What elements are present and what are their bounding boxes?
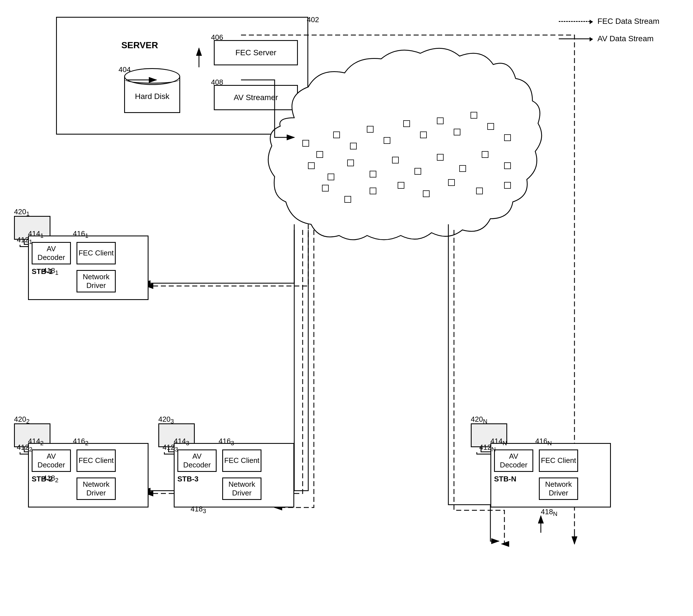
- svg-rect-26: [345, 196, 351, 203]
- stb2-fec-client: FEC Client: [77, 449, 116, 472]
- stb1-netdrv-ref: 4181: [43, 266, 58, 276]
- tv3-ref: 4203: [158, 415, 174, 425]
- stb1-av-ref: 4141: [28, 229, 43, 239]
- svg-rect-29: [423, 191, 429, 197]
- svg-rect-18: [370, 171, 376, 177]
- svg-rect-28: [398, 182, 404, 188]
- diagram: FEC Data Stream AV Data Stream SERVER Ha…: [0, 0, 693, 616]
- svg-rect-20: [415, 168, 421, 174]
- stb3-fec-ref: 4163: [219, 437, 234, 447]
- fec-legend-label: FEC Data Stream: [597, 17, 659, 26]
- svg-rect-16: [328, 174, 334, 180]
- stbN-fec-ref: 416N: [535, 437, 552, 447]
- svg-rect-6: [367, 126, 373, 132]
- legend-fec: FEC Data Stream: [559, 17, 659, 26]
- svg-rect-24: [504, 162, 511, 169]
- stbN-label: STB-N: [494, 475, 516, 483]
- stb3-net-driver: NetworkDriver: [222, 478, 261, 500]
- svg-rect-11: [454, 129, 460, 135]
- stbN-fec-client: FEC Client: [539, 449, 578, 472]
- av-line-icon: [559, 38, 592, 39]
- svg-rect-9: [420, 132, 427, 138]
- stb2-net-driver: NetworkDriver: [77, 478, 116, 500]
- svg-rect-2: [303, 140, 309, 146]
- svg-rect-21: [437, 154, 443, 160]
- svg-rect-7: [384, 137, 390, 143]
- av-streamer-box: AV Streamer: [214, 85, 298, 110]
- svg-rect-5: [350, 143, 356, 149]
- svg-rect-31: [476, 188, 482, 194]
- fec-server-box: FEC Server: [214, 40, 298, 65]
- legend-av: AV Data Stream: [559, 34, 659, 43]
- svg-rect-12: [471, 112, 477, 118]
- svg-rect-13: [488, 123, 494, 130]
- av-streamer-ref: 408: [211, 78, 223, 86]
- svg-rect-32: [504, 182, 511, 188]
- stb2-fec-ref: 4162: [73, 437, 88, 447]
- tv1-ref: 4201: [14, 208, 29, 217]
- svg-rect-23: [482, 151, 488, 158]
- legend: FEC Data Stream AV Data Stream: [559, 17, 659, 43]
- svg-rect-25: [322, 185, 329, 191]
- network-ref: 410: [451, 95, 465, 105]
- svg-rect-14: [504, 135, 511, 141]
- stb1-net-driver: NetworkDriver: [77, 270, 116, 292]
- server-box: SERVER Hard Disk 404 FEC Server 406 AV S…: [56, 17, 308, 135]
- svg-rect-8: [403, 120, 410, 127]
- stb2-av-ref: 4142: [28, 437, 43, 447]
- stbN-net-driver: NetworkDriver: [539, 478, 578, 500]
- fec-line-icon: [559, 21, 592, 22]
- av-legend-label: AV Data Stream: [597, 34, 653, 43]
- stb1-fec-client: FEC Client: [77, 242, 116, 264]
- stb3-netdrv-ref: 4183: [191, 505, 206, 515]
- svg-rect-27: [370, 188, 376, 194]
- av-streamer-label: AV Streamer: [234, 93, 278, 102]
- hard-disk-label: Hard Disk: [127, 92, 177, 101]
- fec-server-label: FEC Server: [235, 48, 276, 57]
- svg-rect-4: [334, 132, 340, 138]
- svg-rect-17: [348, 160, 354, 166]
- stbN-netdrv-ref: 418N: [541, 507, 557, 518]
- hard-disk: Hard Disk: [124, 68, 180, 116]
- stb3-box: STB-3 AVDecoder FEC Client NetworkDriver: [174, 443, 294, 507]
- svg-rect-10: [437, 118, 443, 124]
- svg-rect-15: [308, 162, 314, 169]
- network-label: Network: [418, 174, 450, 184]
- hard-disk-mid: [124, 75, 180, 83]
- stb3-av-ref: 4143: [174, 437, 189, 447]
- stb2-netdrv-ref: 4182: [43, 474, 58, 484]
- svg-rect-19: [392, 157, 398, 163]
- server-label: SERVER: [121, 40, 158, 51]
- stb3-av-decoder: AVDecoder: [177, 449, 217, 472]
- stb1-fec-ref: 4161: [73, 229, 88, 239]
- server-ref: 402: [307, 15, 319, 24]
- stb3-label: STB-3: [177, 475, 198, 483]
- fec-server-ref: 406: [211, 33, 223, 42]
- stb2-av-decoder: AVDecoder: [32, 449, 71, 472]
- stbN-box: STB-N AVDecoder FEC Client NetworkDriver: [490, 443, 611, 507]
- stbN-av-decoder: AVDecoder: [494, 449, 533, 472]
- svg-rect-22: [460, 166, 466, 172]
- stb3-fec-client: FEC Client: [222, 449, 261, 472]
- stbN-av-ref: 414N: [490, 437, 507, 447]
- tvN-ref: 420N: [471, 415, 487, 425]
- svg-rect-3: [317, 151, 323, 158]
- hard-disk-ref: 404: [119, 65, 131, 74]
- tv2-ref: 4202: [14, 415, 29, 425]
- stb1-av-decoder: AVDecoder: [32, 242, 71, 264]
